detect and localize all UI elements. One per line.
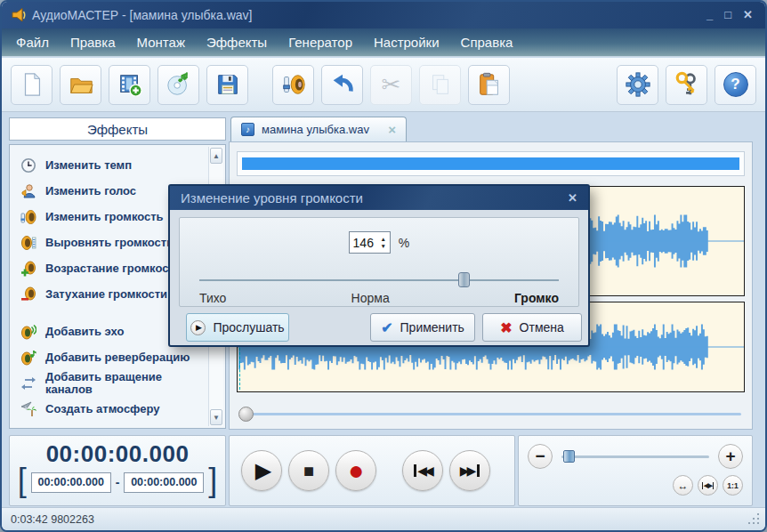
rotate-channels-icon [20, 375, 36, 391]
settings-button[interactable] [617, 65, 658, 105]
menu-help[interactable]: Справка [450, 29, 524, 56]
scroll-up-button[interactable]: ▲ [210, 148, 222, 164]
zoom-slider-track[interactable] [561, 455, 709, 458]
zoom-in-button[interactable]: + [718, 444, 743, 469]
spinner-down-icon[interactable]: ▼ [381, 244, 386, 249]
cut-scissors-icon: ✂ [382, 73, 401, 96]
play-button[interactable]: ▶ [241, 450, 282, 491]
save-floppy-icon [214, 71, 241, 98]
apply-check-icon: ✔ [381, 319, 392, 336]
effect-item-add-reverb[interactable]: Добавить реверберацию [20, 344, 223, 370]
tempo-icon [20, 157, 36, 173]
zoom-slider-handle[interactable] [563, 450, 575, 463]
one-to-one-zoom-button[interactable]: 1:1 [723, 475, 743, 496]
menu-effects[interactable]: Эффекты [196, 29, 278, 56]
effects-panel-header: Эффекты [9, 117, 226, 141]
volume-slider-track[interactable] [199, 279, 559, 281]
effect-label: Возрастание громкости [45, 262, 182, 275]
bracket-close: ] [208, 469, 217, 492]
tab-close-icon[interactable]: × [388, 125, 396, 135]
menu-generator[interactable]: Генератор [278, 29, 363, 56]
app-window: АудиоМАСТЕР - [мамина улыбка.wav] _ □ ✕ … [0, 0, 767, 532]
cancel-button[interactable]: ✖ Отмена [482, 313, 582, 342]
volume-slider[interactable] [199, 272, 559, 287]
dialog-close-icon[interactable]: ✕ [568, 191, 577, 205]
waveform-overview-strip[interactable] [237, 151, 745, 176]
new-file-button[interactable] [11, 65, 52, 105]
open-file-button[interactable] [60, 65, 101, 105]
fit-selection-button[interactable]: ◀▶ [698, 475, 718, 496]
fit-to-window-button[interactable]: ↔ [673, 475, 693, 496]
listen-play-icon: ▶ [190, 320, 206, 335]
label-loud: Громко [514, 291, 559, 305]
volume-icon [20, 209, 36, 225]
volume-slider-handle[interactable] [458, 272, 470, 287]
activation-button[interactable] [666, 65, 707, 105]
close-button[interactable]: ✕ [743, 7, 753, 23]
record-button[interactable]: ● [335, 450, 376, 491]
cancel-button-label: Отмена [520, 320, 564, 335]
menu-file[interactable]: Файл [5, 29, 60, 56]
volume-spinner[interactable]: 146 ▲ ▼ [349, 231, 391, 254]
dialog-title: Изменение уровня громкости [181, 190, 363, 206]
menu-edit[interactable]: Правка [60, 29, 126, 56]
help-button[interactable]: ? [715, 65, 756, 105]
open-audio-cd-button[interactable] [157, 65, 199, 105]
dialog-title-bar[interactable]: Изменение уровня громкости ✕ [170, 186, 588, 210]
extract-audio-from-video-button[interactable] [109, 65, 150, 105]
zoom-panel: − + ↔ ◀▶ 1:1 [518, 435, 753, 506]
record-icon: ● [348, 457, 364, 484]
keys-icon [674, 71, 700, 98]
waveform-position-slider[interactable] [237, 403, 745, 425]
skip-to-start-button[interactable]: ◀◀ [402, 450, 443, 491]
audio-cd-icon [166, 71, 192, 98]
stop-button[interactable]: ■ [288, 450, 329, 491]
minimize-button[interactable]: _ [706, 7, 713, 23]
maximize-button[interactable]: □ [724, 7, 731, 23]
skip-to-start-icon: ◀◀ [414, 464, 432, 477]
paste-clipboard-icon [476, 71, 503, 98]
position-slider-track[interactable] [240, 413, 741, 415]
reverb-icon [20, 350, 36, 366]
add-video-icon [117, 71, 143, 98]
audio-file-icon: ♪ [241, 123, 254, 136]
paste-button[interactable] [468, 65, 510, 105]
effect-label: Добавить реверберацию [45, 351, 190, 364]
gear-icon [625, 71, 651, 98]
undo-icon [329, 71, 356, 98]
zoom-out-button[interactable]: − [528, 444, 553, 469]
sound-recording-button[interactable] [272, 65, 314, 105]
help-icon: ? [723, 72, 748, 97]
volume-level-dialog: Изменение уровня громкости ✕ 146 ▲ ▼ % Т… [168, 184, 590, 347]
skip-to-end-icon: ▶▶ [460, 464, 480, 477]
skip-to-end-button[interactable]: ▶▶ [449, 450, 490, 491]
effect-item-create-atmosphere[interactable]: Создать атмосферу [20, 396, 223, 422]
menu-montage[interactable]: Монтаж [126, 29, 196, 56]
app-logo-speaker-icon [10, 7, 26, 23]
undo-button[interactable] [321, 65, 363, 105]
effect-item-change-tempo[interactable]: Изменить темп [20, 152, 223, 178]
label-quiet: Тихо [199, 291, 226, 305]
play-icon: ▶ [252, 458, 271, 483]
apply-button[interactable]: ✔ Применить [370, 313, 475, 342]
tab-mamina-ulybka[interactable]: ♪ мамина улыбка.wav × [230, 117, 407, 141]
transport-panel: ▶ ■ ● ◀◀ ▶▶ [229, 435, 515, 506]
effect-label: Изменить голос [45, 185, 136, 197]
resize-grip[interactable] [757, 522, 760, 525]
position-slider-handle[interactable] [238, 407, 254, 422]
selection-end-field[interactable]: 00:00:00.000 [124, 472, 204, 493]
scroll-down-button[interactable]: ▼ [210, 409, 222, 425]
save-button[interactable] [206, 65, 248, 105]
volume-value[interactable]: 146 [350, 236, 377, 250]
spinner-up-icon[interactable]: ▲ [381, 237, 386, 242]
document-tab-bar: ♪ мамина улыбка.wav × [229, 116, 753, 141]
effect-item-rotate-channels[interactable]: Добавить вращение каналов [20, 370, 223, 396]
title-bar[interactable]: АудиоМАСТЕР - [мамина улыбка.wav] _ □ ✕ [2, 2, 765, 28]
listen-button[interactable]: ▶ Прослушать [186, 313, 289, 342]
menu-settings[interactable]: Настройки [363, 29, 450, 56]
fade-in-icon [20, 261, 36, 277]
time-panel: 00:00:00.000 [ 00:00:00.000 - 00:00:00.0… [9, 435, 226, 506]
echo-icon [20, 324, 36, 340]
selection-start-field[interactable]: 00:00:00.000 [31, 472, 111, 493]
overview-range-bar[interactable] [242, 157, 739, 170]
